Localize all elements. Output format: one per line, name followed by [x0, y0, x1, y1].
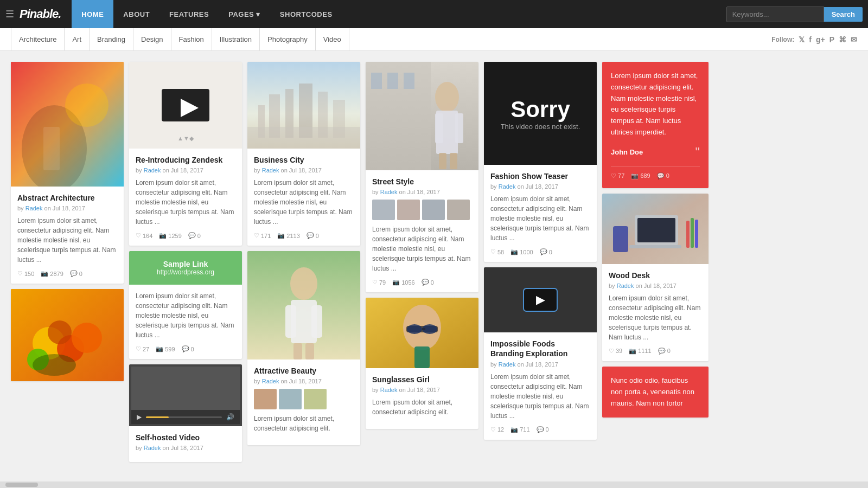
cat-art[interactable]: Art	[65, 28, 90, 50]
self-hosted-title[interactable]: Self-hosted Video	[136, 433, 235, 442]
street-style-image[interactable]	[366, 62, 478, 170]
photos-stat: 📷 2879	[41, 270, 63, 277]
thumb-2[interactable]	[279, 389, 302, 409]
self-hosted-meta: by Radek on Jul 18, 2017	[136, 445, 235, 451]
svg-rect-35	[387, 73, 398, 89]
svg-rect-52	[637, 218, 675, 242]
svg-point-8	[72, 323, 102, 353]
cat-illustration[interactable]: Illustration	[212, 28, 260, 50]
nav-item-shortcodes[interactable]: SHORTCODES	[270, 0, 342, 28]
abstract-architecture-text: Lorem ipsum dolor sit amet, consectetur …	[17, 216, 117, 265]
rss-icon[interactable]: ⌘	[839, 35, 846, 44]
video-controls[interactable]: ▶ 🔊	[131, 410, 240, 424]
svg-rect-30	[293, 343, 302, 359]
sample-link-header[interactable]: Sample Link http://wordpress.org	[129, 251, 242, 285]
cat-fashion[interactable]: Fashion	[171, 28, 212, 50]
play-icon[interactable]: ▶	[137, 413, 142, 421]
candy-image[interactable]	[11, 289, 124, 381]
card-attractive-beauty: Attractive Beauty by Radek on Jul 18, 20…	[247, 251, 360, 445]
cat-architecture[interactable]: Architecture	[11, 28, 65, 50]
column-1: Abstract Architecture by Radek on Jul 18…	[11, 62, 124, 381]
street-style-body: Street Style by Radek on Jul 18, 2017 Lo…	[366, 170, 478, 292]
svg-rect-41	[439, 153, 446, 169]
fashion-show-video[interactable]: Sorry This video does not exist.	[484, 62, 597, 165]
svg-point-46	[407, 324, 422, 334]
fashion-show-meta: by Radek on Jul 18, 2017	[490, 183, 590, 190]
attractive-beauty-image[interactable]	[247, 251, 360, 359]
cat-branding[interactable]: Branding	[90, 28, 133, 50]
quote-author: John Doe	[611, 148, 643, 156]
sample-link-comments: 💬 0	[182, 345, 194, 352]
wood-desk-title[interactable]: Wood Desk	[609, 271, 702, 280]
svg-text:▲▼◆: ▲▼◆	[177, 135, 194, 142]
sunglasses-girl-body: Sunglasses Girl by Radek on Jul 18, 2017…	[366, 368, 478, 429]
site-logo[interactable]: Pinable.	[20, 7, 61, 21]
impossible-foods-title[interactable]: Impossible Foods Branding Exploration	[490, 339, 590, 358]
facebook-icon[interactable]: f	[809, 35, 812, 44]
zendesk-title[interactable]: Re-Introducing Zendesk	[136, 155, 235, 165]
svg-rect-49	[414, 346, 430, 368]
svg-rect-34	[371, 73, 382, 89]
search-input[interactable]	[726, 7, 824, 22]
street-thumb-4[interactable]	[447, 200, 470, 220]
fashion-show-title[interactable]: Fashion Show Teaser	[490, 171, 590, 181]
google-plus-icon[interactable]: g+	[816, 35, 825, 44]
street-style-title[interactable]: Street Style	[372, 177, 472, 187]
card-self-hosted-video: ▶ 🔊 Self-hosted Video by Radek on Jul 18…	[129, 364, 242, 462]
video-progress-bar[interactable]	[146, 416, 222, 418]
cat-video[interactable]: Video	[316, 28, 349, 50]
sample-link-body: Lorem ipsum dolor sit amet, consectetur …	[129, 285, 242, 359]
sorry-text: Sorry	[510, 97, 570, 123]
attractive-beauty-title[interactable]: Attractive Beauty	[254, 366, 354, 376]
self-hosted-video-player[interactable]: ▶ 🔊	[129, 364, 242, 426]
category-bar: Architecture Art Branding Design Fashion…	[0, 28, 868, 51]
nav-item-features[interactable]: FEATURES	[159, 0, 219, 28]
fashion-show-stats: ♡ 58 📷 1000 💬 0	[490, 248, 590, 255]
sunglasses-girl-title[interactable]: Sunglasses Girl	[372, 375, 472, 384]
card-quote-2: Nunc odio odio, faucibus non porta a, ve…	[602, 367, 709, 418]
street-style-text: Lorem ipsum dolor sit amet, consectetur …	[372, 224, 472, 273]
sample-link-title: Sample Link	[138, 260, 233, 268]
business-city-body: Business City by Radek on Jul 18, 2017 L…	[247, 149, 360, 246]
svg-rect-53	[629, 245, 681, 248]
zendesk-video-thumb[interactable]: ▲▼◆	[129, 62, 242, 149]
follow-label: Follow:	[771, 36, 794, 43]
thumb-3[interactable]	[304, 389, 327, 409]
sunglasses-girl-meta: by Radek on Jul 18, 2017	[372, 387, 472, 393]
business-city-title[interactable]: Business City	[254, 155, 354, 165]
street-thumb-3[interactable]	[422, 200, 445, 220]
business-city-image[interactable]	[247, 62, 360, 149]
pinterest-icon[interactable]: P	[829, 35, 834, 44]
email-icon[interactable]: ✉	[851, 35, 857, 44]
cat-photography[interactable]: Photography	[260, 28, 316, 50]
sample-link-url[interactable]: http://wordpress.org	[138, 268, 233, 276]
fashion-show-text: Lorem ipsum dolor sit amet, consectetur …	[490, 194, 590, 243]
volume-icon[interactable]: 🔊	[226, 413, 234, 421]
svg-rect-15	[131, 368, 240, 409]
search-button[interactable]: Search	[824, 7, 863, 22]
svg-rect-57	[695, 220, 698, 248]
nav-item-pages[interactable]: PAGES ▾	[219, 0, 270, 28]
svg-rect-29	[311, 305, 322, 338]
card-candy	[11, 289, 124, 381]
cat-design[interactable]: Design	[133, 28, 171, 50]
twitter-icon[interactable]: 𝕏	[799, 35, 805, 44]
abstract-architecture-image[interactable]	[11, 62, 124, 187]
wood-desk-image[interactable]	[602, 194, 709, 264]
thumb-1[interactable]	[254, 389, 277, 409]
fashion-show-body: Fashion Show Teaser by Radek on Jul 18, …	[484, 165, 597, 262]
street-thumb-2[interactable]	[397, 200, 420, 220]
card-impossible-foods: ▶ Impossible Foods Branding Exploration …	[484, 267, 597, 439]
impossible-foods-body: Impossible Foods Branding Exploration by…	[484, 332, 597, 439]
hamburger-icon[interactable]: ☰	[5, 8, 14, 20]
abstract-architecture-title[interactable]: Abstract Architecture	[17, 193, 117, 203]
svg-rect-55	[686, 221, 690, 248]
quote-comments: 💬 0	[657, 172, 669, 179]
sample-link-text: Lorem ipsum dolor sit amet, consectetur …	[136, 291, 235, 340]
street-thumb-1[interactable]	[372, 200, 395, 220]
impossible-foods-video[interactable]: ▶	[484, 267, 597, 332]
nav-item-home[interactable]: HOME	[72, 0, 113, 28]
business-city-meta: by Radek on Jul 18, 2017	[254, 167, 354, 174]
sunglasses-girl-image[interactable]	[366, 298, 478, 368]
nav-item-about[interactable]: ABOUT	[113, 0, 159, 28]
